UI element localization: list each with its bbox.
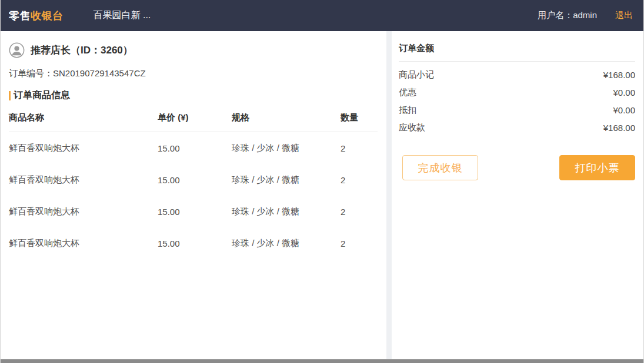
cell-product-name: 鲜百香双响炮大杯 [9, 174, 158, 186]
user-avatar-icon [9, 42, 25, 58]
cell-quantity: 2 [341, 143, 378, 153]
cell-product-name: 鲜百香双响炮大杯 [9, 206, 158, 217]
username-label: 用户名：admin [538, 10, 597, 21]
summary-row-subtotal: 商品小记 ¥168.00 [399, 66, 635, 83]
top-bar-right: 用户名：admin 退出 [538, 10, 633, 21]
app-title: 零售收银台 [9, 9, 64, 23]
cell-spec: 珍珠 / 少冰 / 微糖 [232, 206, 341, 217]
top-bar: 零售收银台 百果园白新 ... 用户名：admin 退出 [1, 0, 643, 31]
amount-summary: 商品小记 ¥168.00 优惠 ¥0.00 抵扣 ¥0.00 应收款 ¥168.… [399, 66, 635, 136]
order-detail-panel: 推荐店长（ID：3260） 订单编号：SN20190729143547CZ 订单… [1, 31, 386, 359]
summary-row-deduction: 抵扣 ¥0.00 [399, 101, 635, 119]
cell-spec: 珍珠 / 少冰 / 微糖 [232, 238, 341, 249]
summary-row-discount: 优惠 ¥0.00 [399, 83, 635, 101]
cell-spec: 珍珠 / 少冰 / 微糖 [232, 174, 341, 186]
order-number: 订单编号：SN20190729143547CZ [9, 68, 378, 79]
summary-row-amount-due: 应收款 ¥168.00 [399, 119, 635, 136]
store-tab[interactable]: 百果园白新 ... [94, 9, 151, 22]
order-items-table: 商品名称 单价 (¥) 规格 数量 鲜百香双响炮大杯 15.00 珍珠 / 少冰… [9, 107, 378, 259]
order-amount-panel: 订单金额 商品小记 ¥168.00 优惠 ¥0.00 抵扣 ¥0.00 应收款 … [392, 31, 643, 359]
summary-label: 商品小记 [399, 69, 434, 80]
summary-value: ¥168.00 [603, 70, 635, 80]
cell-unit-price: 15.00 [158, 207, 232, 217]
print-receipt-button[interactable]: 打印小票 [559, 155, 635, 180]
cell-quantity: 2 [341, 207, 378, 217]
summary-value: ¥0.00 [613, 105, 635, 115]
cell-product-name: 鲜百香双响炮大杯 [9, 143, 158, 154]
summary-value: ¥168.00 [603, 123, 635, 133]
summary-label: 抵扣 [399, 105, 416, 116]
order-amount-title: 订单金额 [399, 43, 635, 62]
order-items-section-title: 订单商品信息 [9, 89, 378, 102]
summary-label: 优惠 [399, 87, 416, 98]
logout-button[interactable]: 退出 [615, 10, 633, 21]
section-title-label: 订单商品信息 [14, 89, 70, 102]
action-buttons: 完成收银 打印小票 [399, 155, 635, 180]
pos-app-window: 零售收银台 百果园白新 ... 用户名：admin 退出 推荐店长（ID：326… [0, 0, 644, 363]
cell-spec: 珍珠 / 少冰 / 微糖 [232, 143, 341, 154]
finish-checkout-button[interactable]: 完成收银 [402, 155, 478, 180]
clerk-title: 推荐店长（ID：3260） [31, 43, 133, 57]
main-area: 推荐店长（ID：3260） 订单编号：SN20190729143547CZ 订单… [1, 31, 643, 359]
app-title-suffix: 收银台 [31, 10, 64, 22]
clerk-profile: 推荐店长（ID：3260） [9, 42, 378, 58]
section-accent-bar [9, 91, 11, 100]
table-row: 鲜百香双响炮大杯 15.00 珍珠 / 少冰 / 微糖 2 [9, 164, 378, 196]
window-bottom-edge [1, 359, 643, 363]
col-header-unit-price: 单价 (¥) [158, 112, 232, 123]
col-header-quantity: 数量 [341, 112, 378, 123]
cell-quantity: 2 [341, 238, 378, 248]
summary-value: ¥0.00 [613, 88, 635, 98]
cell-unit-price: 15.00 [158, 175, 232, 185]
col-header-spec: 规格 [232, 112, 341, 123]
summary-label: 应收款 [399, 122, 425, 133]
table-header-row: 商品名称 单价 (¥) 规格 数量 [9, 107, 378, 132]
cell-product-name: 鲜百香双响炮大杯 [9, 238, 158, 249]
col-header-product-name: 商品名称 [9, 112, 158, 123]
cell-unit-price: 15.00 [158, 143, 232, 153]
cell-unit-price: 15.00 [158, 238, 232, 248]
panel-divider [386, 31, 392, 359]
app-title-prefix: 零售 [9, 10, 31, 22]
table-row: 鲜百香双响炮大杯 15.00 珍珠 / 少冰 / 微糖 2 [9, 196, 378, 227]
table-row: 鲜百香双响炮大杯 15.00 珍珠 / 少冰 / 微糖 2 [9, 132, 378, 164]
cell-quantity: 2 [341, 175, 378, 185]
table-row: 鲜百香双响炮大杯 15.00 珍珠 / 少冰 / 微糖 2 [9, 227, 378, 259]
